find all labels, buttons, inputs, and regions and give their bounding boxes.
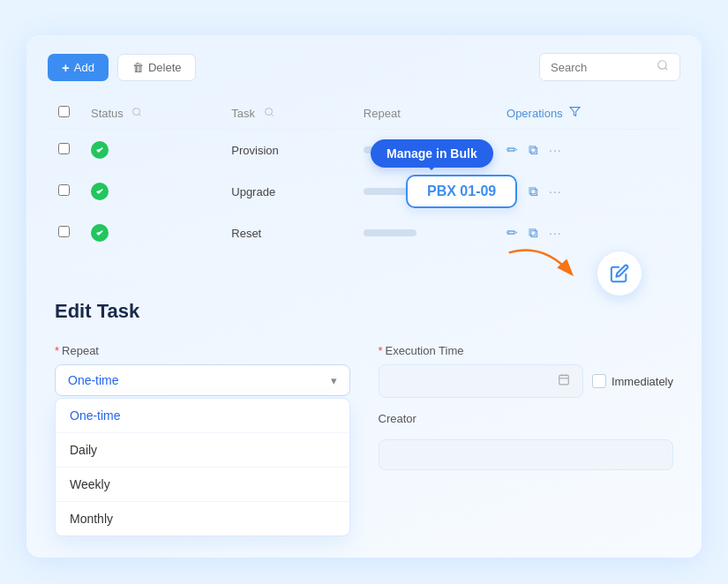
- date-input[interactable]: [392, 375, 558, 388]
- row-checkbox[interactable]: [58, 143, 70, 154]
- search-input[interactable]: [551, 61, 649, 74]
- svg-line-1: [665, 68, 668, 71]
- main-card: + Add 🗑 Delete: [26, 35, 702, 558]
- filter-icon[interactable]: [569, 107, 581, 120]
- toolbar-left: + Add 🗑 Delete: [48, 54, 196, 81]
- table-row: Provision ✏ ⧉ ···: [48, 130, 680, 171]
- svg-point-4: [265, 108, 272, 115]
- manage-bulk-tooltip: Manage in Bulk: [371, 139, 493, 168]
- repeat-dropdown-wrapper: One-time ▾ One-time Daily Weekly Monthly: [55, 364, 350, 396]
- required-star: *: [55, 344, 59, 357]
- copy-icon[interactable]: ⧉: [529, 183, 538, 199]
- creator-section: Creator: [379, 412, 674, 470]
- ops-cell: ✏ ⧉ ···: [507, 142, 670, 158]
- operations-header: Operations: [496, 97, 680, 130]
- row-checkbox[interactable]: [58, 184, 70, 196]
- trash-icon: 🗑: [132, 61, 144, 74]
- table-row: Upgrade ✏ ⧉ ···: [48, 171, 680, 213]
- exec-time-label: * Execution Time: [379, 344, 674, 357]
- dropdown-item-weekly[interactable]: Weekly: [56, 467, 349, 501]
- exec-creator-section: * Execution Time: [379, 344, 674, 470]
- status-search-icon[interactable]: [131, 107, 142, 120]
- svg-point-2: [133, 108, 140, 115]
- task-name: Reset: [221, 213, 353, 254]
- edit-pencil-button[interactable]: [597, 251, 642, 296]
- status-dot: [91, 224, 109, 242]
- svg-point-0: [658, 61, 666, 69]
- select-all-checkbox[interactable]: [58, 106, 70, 117]
- repeat-section: * Repeat One-time ▾ One-time Daily Weekl…: [55, 344, 350, 470]
- dropdown-item-monthly[interactable]: Monthly: [56, 501, 349, 535]
- pbx-badge: PBX 01-09: [406, 175, 517, 208]
- edit-icon[interactable]: ✏: [507, 225, 518, 241]
- copy-icon[interactable]: ⧉: [529, 142, 538, 158]
- svg-rect-8: [559, 375, 569, 385]
- immediately-label: Immediately: [612, 375, 673, 388]
- modal-body: * Repeat One-time ▾ One-time Daily Weekl…: [55, 344, 673, 470]
- svg-marker-6: [570, 108, 580, 116]
- repeat-bar: [364, 229, 417, 236]
- dropdown-item-onetime[interactable]: One-time: [56, 399, 349, 432]
- task-search-icon[interactable]: [264, 107, 274, 120]
- repeat-selected-value: One-time: [68, 373, 119, 387]
- more-icon[interactable]: ···: [549, 143, 562, 157]
- ops-cell: ✏ ⧉ ···: [507, 183, 670, 199]
- search-icon: [657, 59, 669, 75]
- edit-icon[interactable]: ✏: [507, 142, 518, 158]
- dropdown-item-daily[interactable]: Daily: [56, 432, 349, 467]
- add-label: Add: [74, 61, 94, 74]
- delete-label: Delete: [148, 61, 182, 74]
- task-table: Status Task: [48, 97, 680, 254]
- chevron-down-icon: ▾: [331, 374, 337, 387]
- creator-input[interactable]: [379, 439, 674, 470]
- row-checkbox[interactable]: [58, 226, 70, 237]
- search-box[interactable]: [539, 53, 680, 81]
- modal-title: Edit Task: [55, 300, 673, 323]
- status-dot: [91, 141, 109, 159]
- repeat-header: Repeat: [353, 97, 496, 130]
- delete-button[interactable]: 🗑 Delete: [117, 54, 197, 81]
- task-header: Task: [221, 97, 353, 130]
- more-icon[interactable]: ···: [549, 184, 562, 198]
- immediately-row: Immediately: [592, 374, 673, 388]
- repeat-label: * Repeat: [55, 344, 350, 357]
- ops-cell: ✏ ⧉ ···: [507, 225, 670, 241]
- repeat-dropdown[interactable]: One-time ▾: [55, 364, 350, 396]
- repeat-dropdown-menu: One-time Daily Weekly Monthly: [55, 398, 350, 536]
- toolbar: + Add 🗑 Delete: [48, 53, 680, 81]
- exec-row: Immediately: [379, 364, 674, 398]
- svg-line-3: [139, 114, 141, 116]
- task-name: Provision: [221, 130, 353, 171]
- svg-line-5: [271, 114, 273, 116]
- calendar-icon[interactable]: [558, 373, 570, 389]
- required-star-exec: *: [379, 344, 383, 357]
- edit-task-modal: Edit Task * Repeat One-time ▾ One-time D…: [26, 275, 702, 558]
- task-name: Upgrade: [221, 171, 353, 213]
- table-row: Reset ✏ ⧉ ···: [48, 213, 680, 254]
- status-header: Status: [80, 97, 221, 130]
- creator-label: Creator: [379, 412, 674, 425]
- immediately-checkbox[interactable]: [592, 374, 606, 388]
- add-button[interactable]: + Add: [48, 54, 109, 81]
- status-dot: [91, 183, 109, 200]
- date-input-box[interactable]: [379, 364, 583, 398]
- plus-icon: +: [62, 60, 70, 75]
